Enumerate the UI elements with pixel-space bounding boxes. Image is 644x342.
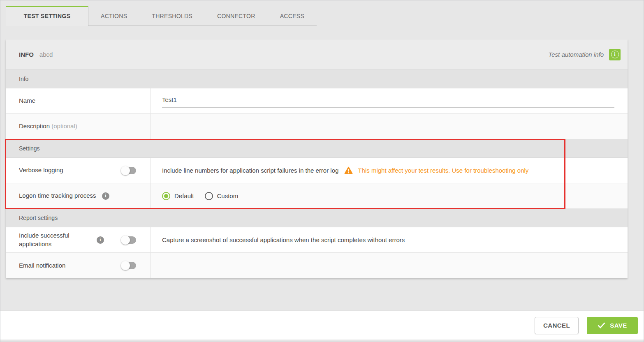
section-header-info: Info <box>6 70 628 88</box>
toggle-knob <box>121 261 130 270</box>
description-label: Description (optional) <box>19 122 77 130</box>
check-icon <box>598 322 605 328</box>
name-label: Name <box>19 97 35 105</box>
radio-option-default[interactable]: Default <box>162 192 194 200</box>
description-input[interactable] <box>162 120 614 133</box>
row-name: Name <box>6 88 628 114</box>
tab-bar: TEST SETTINGS ACTIONS THRESHOLDS CONNECT… <box>6 6 317 26</box>
verbose-warning: This might affect your test results. Use… <box>344 166 528 174</box>
description-label-text: Description <box>19 122 50 129</box>
email-notification-value-cell <box>151 253 628 278</box>
name-value-cell <box>151 88 628 113</box>
radio-default-label: Default <box>174 192 194 199</box>
radio-option-custom[interactable]: Custom <box>205 192 239 200</box>
description-optional-text: (optional) <box>51 122 77 129</box>
include-successful-label-cell: Include successful applications i <box>6 227 151 252</box>
panel-header: INFO abcd Test automation info i <box>6 39 628 70</box>
test-automation-info-label: Test automation info <box>548 51 604 58</box>
name-label-cell: Name <box>6 88 151 113</box>
radio-custom-label: Custom <box>217 192 239 199</box>
save-button-label: SAVE <box>610 322 627 329</box>
save-button[interactable]: SAVE <box>587 317 638 334</box>
radio-selected-icon[interactable] <box>162 192 170 200</box>
verbose-logging-label-cell: Verbose logging <box>6 158 151 183</box>
tab-thresholds[interactable]: THRESHOLDS <box>139 6 205 26</box>
footer-action-bar: CANCEL SAVE <box>0 311 644 340</box>
logon-tracking-label: Logon time tracking process <box>19 192 96 200</box>
include-successful-label: Include successful applications <box>19 231 91 248</box>
email-notification-label-cell: Email notification <box>6 253 151 278</box>
warning-icon <box>344 166 353 174</box>
row-email-notification: Email notification <box>6 253 628 278</box>
include-successful-description: Capture a screenshot of successful appli… <box>162 236 405 243</box>
section-header-report-settings: Report settings <box>6 209 628 227</box>
tab-access[interactable]: ACCESS <box>268 6 317 26</box>
test-settings-panel: INFO abcd Test automation info i Info Na… <box>6 39 628 278</box>
email-notification-toggle[interactable] <box>122 262 136 269</box>
row-include-successful: Include successful applications i Captur… <box>6 227 628 253</box>
name-input[interactable] <box>162 95 614 108</box>
info-icon[interactable]: i <box>102 192 109 200</box>
panel-title: INFO <box>19 51 34 58</box>
include-successful-toggle[interactable] <box>122 236 136 244</box>
verbose-warning-text: This might affect your test results. Use… <box>358 167 528 174</box>
panel-subtitle: abcd <box>39 51 53 58</box>
logon-tracking-label-cell: Logon time tracking process i <box>6 183 151 208</box>
row-description: Description (optional) <box>6 114 628 139</box>
tab-connector[interactable]: CONNECTOR <box>205 6 268 26</box>
cancel-button[interactable]: CANCEL <box>535 317 579 334</box>
tab-actions[interactable]: ACTIONS <box>88 6 139 26</box>
row-logon-tracking: Logon time tracking process i Default Cu… <box>6 183 628 209</box>
info-icon[interactable]: i <box>97 236 104 244</box>
row-verbose-logging: Verbose logging Include line numbers for… <box>6 158 628 183</box>
include-successful-value-cell: Capture a screenshot of successful appli… <box>151 227 628 252</box>
description-value-cell <box>151 114 628 139</box>
verbose-logging-toggle[interactable] <box>122 167 136 174</box>
toggle-knob <box>121 166 130 175</box>
logon-process-radio-group: Default Custom <box>162 192 238 200</box>
info-icon[interactable]: i <box>609 49 621 60</box>
logon-tracking-value-cell: Default Custom <box>151 183 628 208</box>
tab-test-settings[interactable]: TEST SETTINGS <box>6 6 88 26</box>
description-label-cell: Description (optional) <box>6 114 151 139</box>
email-notification-input[interactable] <box>162 259 614 272</box>
section-header-settings: Settings <box>6 139 628 158</box>
radio-unselected-icon[interactable] <box>205 192 213 200</box>
toggle-knob <box>121 236 130 245</box>
info-icon-glyph: i <box>611 51 619 58</box>
verbose-logging-description: Include line numbers for application scr… <box>162 167 338 174</box>
verbose-logging-label: Verbose logging <box>19 166 63 174</box>
email-notification-label: Email notification <box>19 261 65 270</box>
verbose-logging-value-cell: Include line numbers for application scr… <box>151 158 628 183</box>
